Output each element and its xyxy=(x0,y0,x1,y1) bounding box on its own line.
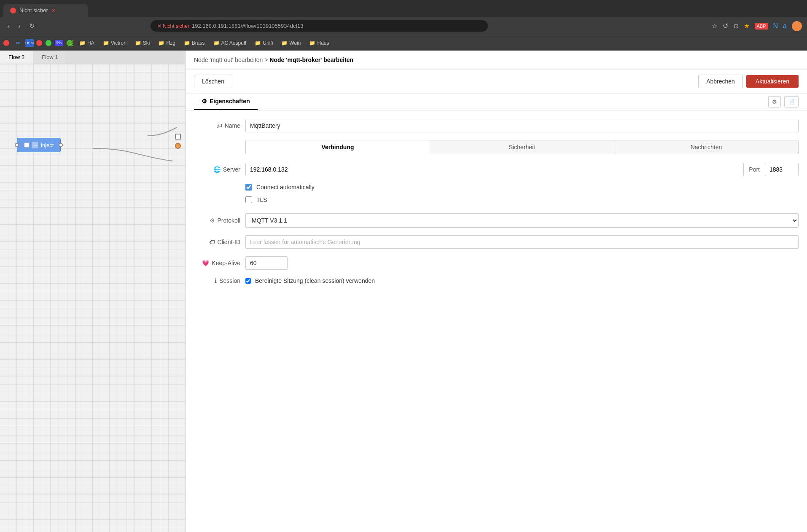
session-checkbox-group: Bereinigte Sitzung (clean session) verwe… xyxy=(245,277,375,284)
avatar-icon[interactable] xyxy=(792,21,802,31)
bookmark-pencil[interactable]: ✏ xyxy=(13,39,24,47)
bookmark-ski[interactable]: 📁 Ski xyxy=(132,39,153,47)
client-id-icon: 🏷 xyxy=(209,239,215,245)
bookmark-icon-at xyxy=(36,40,42,46)
not-secure-indicator: ✕ Nicht sicher xyxy=(157,23,189,29)
bookmark-haus[interactable]: 📁 Haus xyxy=(306,39,332,47)
connect-auto-label[interactable]: Connect automatically xyxy=(256,184,315,191)
url-display: 192.168.0.191:1881/#flow/10391055934dcf1… xyxy=(192,23,304,29)
name-input[interactable] xyxy=(245,119,799,132)
session-row: ℹ Session Bereinigte Sitzung (clean sess… xyxy=(194,277,799,284)
session-text[interactable]: Bereinigte Sitzung (clean session) verwe… xyxy=(255,277,375,284)
tls-checkbox[interactable] xyxy=(245,196,252,203)
node-port-right xyxy=(59,143,63,147)
server-label: 🌐 Server xyxy=(194,166,240,173)
abp-icon[interactable]: ABP xyxy=(755,23,768,30)
sub-tab-sicherheit[interactable]: Sicherheit xyxy=(430,140,614,154)
protocol-row: ⚙ Protokoll MQTT V3.1.1 MQTT V5 MQTT V3.… xyxy=(194,213,799,228)
bookmark-ha[interactable]: 📁 HA xyxy=(76,39,98,47)
bookmark-unifi[interactable]: 📁 Unifi xyxy=(251,39,276,47)
connect-auto-row: Connect automatically xyxy=(245,184,799,191)
tab-properties[interactable]: ⚙ Eigenschaften xyxy=(194,94,258,110)
server-input[interactable] xyxy=(245,163,744,176)
refresh-button[interactable]: ↻ xyxy=(27,20,37,32)
bookmark-wein[interactable]: 📁 Wein xyxy=(278,39,304,47)
bookmark-icon-1 xyxy=(3,40,9,46)
breadcrumb-prefix: Node 'mqtt out' bearbeiten > xyxy=(194,56,268,63)
sub-tab-verbindung[interactable]: Verbindung xyxy=(246,140,430,154)
settings-extra-button[interactable]: ⚙ xyxy=(768,96,781,107)
google-icon[interactable]: a xyxy=(783,22,787,30)
node-inject[interactable]: → inject xyxy=(17,138,61,152)
bookmark-icon-leaf: 🌿 xyxy=(67,40,73,46)
tab-bar: Nicht sicher ✕ xyxy=(0,0,807,17)
panel-tabs-row: ⚙ Eigenschaften ⚙ 📄 xyxy=(186,94,807,110)
url-bar[interactable]: ✕ Nicht sicher 192.168.0.191:1881/#flow/… xyxy=(151,20,488,32)
bookmark-ac-auspuff[interactable]: 📁 AC Auspuff xyxy=(210,39,250,47)
flow-tab-2[interactable]: Flow 2 xyxy=(0,51,33,64)
bookmark-brass[interactable]: 📁 Brass xyxy=(180,39,208,47)
content-area: Flow 2 Flow 1 xyxy=(0,51,807,532)
sub-tabs: Verbindung Sicherheit Nachrichten xyxy=(245,140,799,154)
refresh-icon[interactable]: ↺ xyxy=(723,22,728,30)
canvas-grid[interactable]: → inject xyxy=(0,64,185,532)
forward-button[interactable]: › xyxy=(16,21,23,32)
client-id-row: 🏷 Client-ID xyxy=(194,235,799,249)
star-icon[interactable]: ☆ xyxy=(712,22,718,30)
node-port-left xyxy=(15,143,19,147)
panel-body: 🏷 Name Verbindung Sicherheit Nachrichten xyxy=(186,110,807,532)
panel-actions: Löschen Abbrechen Aktualisieren xyxy=(186,70,807,94)
url-host: 192.168.0.191 xyxy=(192,23,227,29)
right-panel: Node 'mqtt out' bearbeiten > Node 'mqtt-… xyxy=(186,51,807,532)
tab-close-button[interactable]: ✕ xyxy=(51,8,56,13)
browser-tab[interactable]: Nicht sicher ✕ xyxy=(3,4,88,17)
keepalive-label: 💗 Keep-Alive xyxy=(194,260,240,266)
protocol-select[interactable]: MQTT V3.1.1 MQTT V5 MQTT V3.1 xyxy=(245,213,799,228)
tab-title: Nicht sicher xyxy=(19,7,48,13)
extension-icon[interactable]: ★ xyxy=(744,22,750,30)
protocol-icon: ⚙ xyxy=(210,217,215,224)
properties-icon: ⚙ xyxy=(202,98,207,105)
bookmark-icon-ibb: ibb xyxy=(55,40,63,46)
flow-tab-1[interactable]: Flow 1 xyxy=(33,51,67,64)
client-id-label: 🏷 Client-ID xyxy=(194,239,240,245)
sub-tab-nachrichten[interactable]: Nachrichten xyxy=(614,140,798,154)
back-button[interactable]: ‹ xyxy=(5,21,12,32)
name-label: 🏷 Name xyxy=(194,122,240,129)
update-button[interactable]: Aktualisieren xyxy=(746,75,799,88)
browser-window: Nicht sicher ✕ ‹ › ↻ ✕ Nicht sicher 192.… xyxy=(0,0,807,532)
bookmark-icon-dsm: DSM xyxy=(25,39,34,47)
keepalive-input[interactable] xyxy=(245,256,288,270)
keepalive-icon: 💗 xyxy=(202,260,209,266)
bookmark-hzg[interactable]: 📁 Hzg xyxy=(155,39,178,47)
cancel-button[interactable]: Abbrechen xyxy=(698,75,743,88)
tab-favicon xyxy=(10,8,16,13)
name-icon: 🏷 xyxy=(216,122,222,129)
url-path: :1881/#flow/10391055934dcf13 xyxy=(227,23,303,29)
tls-row: TLS xyxy=(245,196,799,203)
breadcrumb-current: Node 'mqtt-broker' bearbeiten xyxy=(269,56,353,63)
port-label: Port xyxy=(749,166,760,173)
client-id-input[interactable] xyxy=(245,235,799,249)
server-icon: 🌐 xyxy=(213,166,221,173)
keepalive-row: 💗 Keep-Alive xyxy=(194,256,799,270)
connect-auto-checkbox[interactable] xyxy=(245,184,252,191)
panel-tab-extras: ⚙ 📄 xyxy=(768,96,799,107)
name-row: 🏷 Name xyxy=(194,119,799,132)
delete-button[interactable]: Löschen xyxy=(194,75,232,88)
profile-icon[interactable]: N xyxy=(773,22,778,30)
url-icon-group: ☆ ↺ ⊙ ★ ABP N a xyxy=(712,21,802,31)
protocol-label: ⚙ Protokoll xyxy=(194,217,240,224)
bookmark-victron[interactable]: 📁 Victron xyxy=(100,39,130,47)
github-icon[interactable]: ⊙ xyxy=(733,22,739,30)
flow-tabs: Flow 2 Flow 1 xyxy=(0,51,185,64)
bookmarks-bar: ✏ DSM ibb 🌿 📁 HA 📁 Victron 📁 Ski 📁 Hzg 📁… xyxy=(0,35,807,51)
server-row: 🌐 Server Port xyxy=(194,163,799,176)
session-label: ℹ Session xyxy=(194,277,240,284)
tls-label[interactable]: TLS xyxy=(256,196,267,203)
flow-canvas: Flow 2 Flow 1 xyxy=(0,51,186,532)
session-checkbox[interactable] xyxy=(245,278,251,284)
doc-extra-button[interactable]: 📄 xyxy=(784,96,799,107)
session-icon: ℹ xyxy=(215,277,217,284)
port-input[interactable] xyxy=(765,163,799,176)
